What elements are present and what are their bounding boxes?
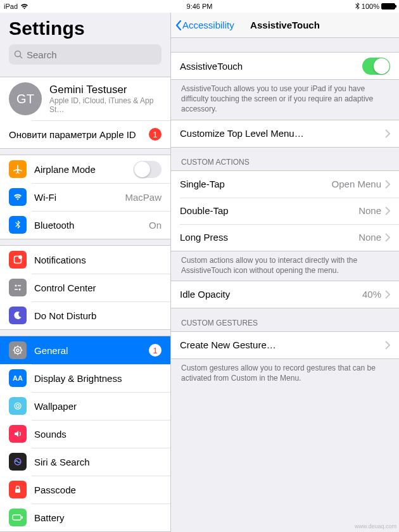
- chevron-right-icon: [385, 206, 390, 215]
- svg-point-6: [19, 289, 21, 291]
- back-button[interactable]: Accessibility: [175, 20, 234, 31]
- dnd-row[interactable]: Do Not Disturb: [0, 301, 170, 329]
- chevron-right-icon: [385, 341, 390, 350]
- svg-line-1: [20, 56, 23, 59]
- avatar: GT: [9, 82, 42, 115]
- assistivetouch-toggle-row[interactable]: AssistiveTouch: [171, 53, 399, 79]
- chevron-right-icon: [385, 129, 390, 138]
- bluetooth-icon: [355, 3, 360, 10]
- search-icon: [14, 50, 23, 59]
- detail-pane: Accessibility AssistiveTouch AssistiveTo…: [171, 13, 399, 532]
- customize-menu-row[interactable]: Customize Top Level Menu…: [171, 120, 399, 147]
- battery-icon: [9, 509, 27, 526]
- bluetooth-row[interactable]: Bluetooth On: [0, 211, 170, 239]
- chevron-right-icon: [385, 233, 390, 242]
- moon-icon: [9, 307, 27, 324]
- clock: 9:46 PM: [187, 3, 213, 10]
- sounds-row[interactable]: Sounds: [0, 420, 170, 448]
- notifications-row[interactable]: Notifications: [0, 246, 170, 274]
- watermark: www.deuaq.com: [355, 523, 396, 529]
- gear-icon: [9, 341, 27, 359]
- control-center-row[interactable]: Control Center: [0, 274, 170, 301]
- svg-rect-24: [22, 516, 23, 519]
- airplane-icon: [9, 160, 27, 178]
- assistivetouch-toggle[interactable]: [362, 58, 390, 75]
- badge: 1: [149, 344, 162, 357]
- chevron-right-icon: [385, 290, 390, 299]
- chevron-right-icon: [385, 180, 390, 189]
- custom-actions-header: CUSTOM ACTIONS: [171, 148, 399, 170]
- sounds-icon: [9, 425, 27, 443]
- svg-line-14: [15, 347, 15, 348]
- wallpaper-icon: [9, 397, 27, 415]
- general-row[interactable]: General 1: [0, 336, 170, 364]
- svg-point-3: [18, 255, 22, 259]
- svg-point-0: [15, 51, 21, 57]
- apple-id-update-row[interactable]: Оновити параметри Apple ID 1: [0, 120, 170, 148]
- svg-line-17: [20, 347, 21, 348]
- svg-text:AA: AA: [13, 374, 23, 382]
- wifi-icon: [9, 188, 27, 206]
- page-title: Settings: [9, 18, 162, 39]
- long-press-row[interactable]: Long Press None: [171, 224, 399, 251]
- status-bar: iPad 9:46 PM 100%: [0, 0, 399, 13]
- wifi-icon: [20, 3, 28, 10]
- display-row[interactable]: AA Display & Brightness: [0, 364, 170, 392]
- battery-row[interactable]: Battery: [0, 504, 170, 531]
- custom-gestures-footer: Custom gestures allow you to record gest…: [171, 359, 399, 388]
- display-icon: AA: [9, 369, 27, 387]
- chevron-left-icon: [175, 20, 182, 31]
- settings-sidebar: Settings GT Gemini Testuser Apple ID, iC…: [0, 13, 171, 532]
- custom-actions-footer: Custom actions allow you to interact dir…: [171, 251, 399, 281]
- svg-point-20: [16, 405, 20, 408]
- siri-icon: [9, 453, 27, 471]
- battery-pct: 100%: [362, 3, 379, 10]
- svg-point-4: [15, 285, 17, 287]
- apple-id-account[interactable]: GT Gemini Testuser Apple ID, iCloud, iTu…: [0, 77, 170, 120]
- badge: 1: [149, 128, 162, 141]
- navbar: Accessibility AssistiveTouch: [171, 13, 399, 38]
- airplane-toggle[interactable]: [134, 161, 162, 178]
- account-sub: Apple ID, iCloud, iTunes & App St…: [49, 96, 162, 114]
- assistivetouch-desc: AssistiveTouch allows you to use your iP…: [171, 80, 399, 120]
- passcode-row[interactable]: Passcode: [0, 476, 170, 504]
- wifi-row[interactable]: Wi-Fi MacPaw: [0, 183, 170, 211]
- svg-rect-22: [15, 489, 20, 493]
- battery-icon: [381, 3, 395, 10]
- svg-line-15: [20, 353, 21, 353]
- double-tap-row[interactable]: Double-Tap None: [171, 198, 399, 224]
- idle-opacity-row[interactable]: Idle Opacity 40%: [171, 281, 399, 308]
- svg-line-16: [15, 353, 15, 353]
- lock-icon: [9, 481, 27, 498]
- airplane-mode-row[interactable]: Airplane Mode: [0, 155, 170, 183]
- device-label: iPad: [4, 3, 18, 10]
- svg-point-19: [15, 403, 21, 409]
- nav-title: AssistiveTouch: [250, 20, 320, 30]
- control-center-icon: [9, 279, 27, 296]
- create-gesture-row[interactable]: Create New Gesture…: [171, 332, 399, 358]
- single-tap-row[interactable]: Single-Tap Open Menu: [171, 171, 399, 198]
- siri-row[interactable]: Siri & Search: [0, 448, 170, 476]
- custom-gestures-header: CUSTOM GESTURES: [171, 308, 399, 331]
- search-input[interactable]: [27, 49, 156, 60]
- account-name: Gemini Testuser: [49, 84, 162, 96]
- bluetooth-icon: [9, 216, 27, 234]
- svg-rect-23: [13, 515, 21, 520]
- svg-point-9: [16, 349, 19, 352]
- wallpaper-row[interactable]: Wallpaper: [0, 392, 170, 420]
- search-field[interactable]: [9, 44, 162, 65]
- notifications-icon: [9, 251, 27, 269]
